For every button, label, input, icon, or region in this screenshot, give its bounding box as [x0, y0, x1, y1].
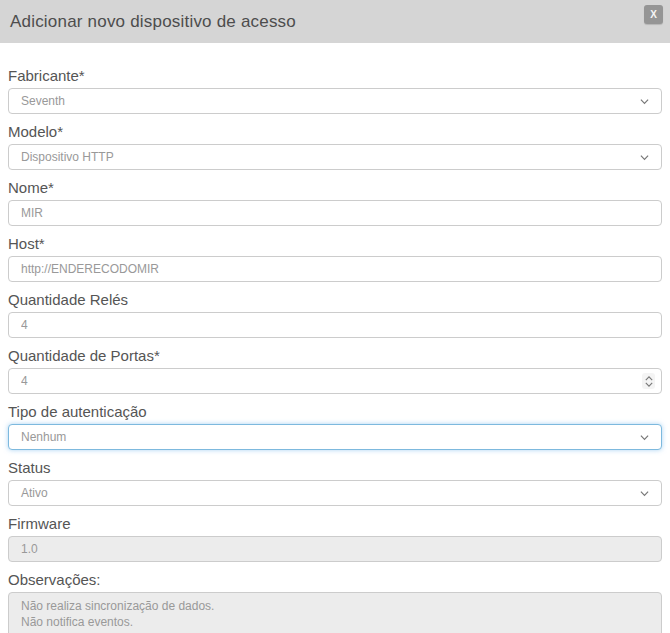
form-group-modelo: Modelo* Dispositivo HTTP — [8, 122, 662, 170]
chevron-up-icon — [645, 376, 653, 381]
firmware-input — [8, 536, 662, 562]
form-group-quantidade-reles: Quantidade Relés — [8, 290, 662, 338]
form-group-firmware: Firmware — [8, 514, 662, 562]
close-button[interactable]: X — [644, 5, 663, 24]
form-group-nome: Nome* — [8, 178, 662, 226]
chevron-down-icon — [640, 433, 649, 442]
fabricante-select[interactable]: Seventh — [8, 88, 662, 114]
host-label: Host* — [8, 234, 662, 254]
tipo-autenticacao-select[interactable]: Nenhum — [8, 424, 662, 450]
firmware-label: Firmware — [8, 514, 662, 534]
quantidade-reles-label: Quantidade Relés — [8, 290, 662, 310]
modal-header: Adicionar novo dispositivo de acesso X — [0, 0, 670, 43]
modelo-select[interactable]: Dispositivo HTTP — [8, 144, 662, 170]
observacoes-textarea: Não realiza sincronização de dados. Não … — [8, 592, 662, 633]
chevron-down-icon — [640, 97, 649, 106]
form-group-fabricante: Fabricante* Seventh — [8, 66, 662, 114]
nome-input[interactable] — [8, 200, 662, 226]
quantidade-portas-field — [8, 368, 662, 394]
form-group-host: Host* — [8, 234, 662, 282]
chevron-down-icon — [640, 153, 649, 162]
quantidade-portas-label: Quantidade de Portas* — [8, 346, 662, 366]
host-input[interactable] — [8, 256, 662, 282]
chevron-down-icon — [640, 489, 649, 498]
modelo-label: Modelo* — [8, 122, 662, 142]
fabricante-label: Fabricante* — [8, 66, 662, 86]
status-selected-value: Ativo — [21, 481, 649, 505]
form-group-observacoes: Observações: Não realiza sincronização d… — [8, 570, 662, 633]
number-spinner[interactable] — [642, 373, 655, 389]
observacoes-label: Observações: — [8, 570, 662, 590]
tipo-autenticacao-label: Tipo de autenticação — [8, 402, 662, 422]
tipo-autenticacao-selected-value: Nenhum — [21, 425, 649, 449]
form-group-status: Status Ativo — [8, 458, 662, 506]
nome-label: Nome* — [8, 178, 662, 198]
quantidade-reles-input[interactable] — [8, 312, 662, 338]
form-group-quantidade-portas: Quantidade de Portas* — [8, 346, 662, 394]
status-label: Status — [8, 458, 662, 478]
quantidade-portas-input[interactable] — [8, 368, 662, 394]
modal-title: Adicionar novo dispositivo de acesso — [10, 12, 296, 32]
status-select[interactable]: Ativo — [8, 480, 662, 506]
modal-body: Fabricante* Seventh Modelo* Dispositivo … — [0, 43, 670, 633]
fabricante-selected-value: Seventh — [21, 89, 649, 113]
form-group-tipo-autenticacao: Tipo de autenticação Nenhum — [8, 402, 662, 450]
add-access-device-modal: Adicionar novo dispositivo de acesso X F… — [0, 0, 670, 633]
chevron-down-icon — [645, 382, 653, 387]
modelo-selected-value: Dispositivo HTTP — [21, 145, 649, 169]
